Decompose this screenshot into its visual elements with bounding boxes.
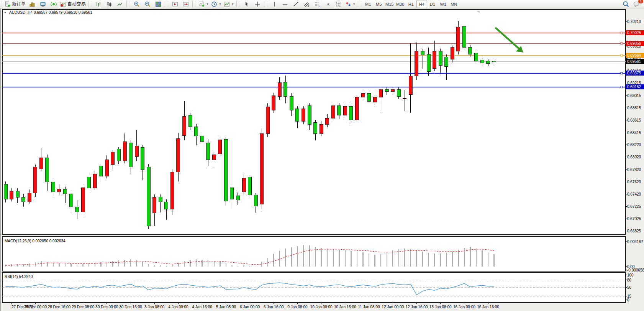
price-tick-label: 0.70210 bbox=[627, 20, 641, 24]
resistance-line-1-price-text: 0.70025 bbox=[627, 31, 641, 35]
hline-icon bbox=[282, 1, 288, 7]
price-chart-canvas[interactable]: 0.702100.700200.698100.696100.694100.692… bbox=[0, 8, 644, 311]
chevron-down-icon[interactable]: ▼ bbox=[4, 11, 7, 14]
candle bbox=[117, 149, 120, 161]
candle bbox=[177, 138, 180, 172]
candle bbox=[64, 189, 67, 194]
doc-plus-icon bbox=[5, 1, 11, 7]
trend-icon bbox=[293, 1, 299, 7]
templates-button[interactable]: ▼ bbox=[223, 0, 235, 8]
new-chart-icon bbox=[198, 1, 205, 7]
time-tick-label: 16 Jan 16:00 bbox=[477, 305, 499, 309]
new-order-button[interactable]: 新订单 bbox=[3, 0, 27, 8]
toolbar-separator bbox=[264, 1, 264, 7]
arrows-button[interactable]: ▼ bbox=[344, 0, 357, 8]
candle bbox=[403, 98, 406, 99]
toolbar-separator bbox=[165, 1, 165, 7]
signals-button[interactable] bbox=[48, 0, 59, 8]
trendline-button[interactable] bbox=[290, 0, 301, 8]
candle bbox=[135, 146, 138, 156]
tf-w1[interactable]: W1 bbox=[438, 0, 449, 8]
new-order-button-label: 新订单 bbox=[12, 1, 26, 7]
toolbar-grip bbox=[129, 2, 131, 7]
candle bbox=[242, 178, 246, 192]
fibonacci-button[interactable]: F bbox=[312, 0, 323, 8]
pivot-line-handle[interactable] bbox=[621, 54, 623, 56]
resistance-line-2-handle[interactable] bbox=[621, 43, 623, 44]
arrows-icon bbox=[345, 1, 351, 7]
candle bbox=[34, 167, 37, 193]
price-axis[interactable]: 0.702100.700200.698100.696100.694100.692… bbox=[626, 20, 641, 234]
candle bbox=[385, 90, 388, 92]
chart-window[interactable]: ▼ AUDUSD-,H4 0.69567 0.69579 0.69510 0.6… bbox=[0, 8, 644, 311]
candlestick-chart-button[interactable] bbox=[104, 0, 115, 8]
candle bbox=[397, 90, 400, 97]
candle bbox=[474, 53, 478, 61]
candle bbox=[379, 90, 383, 97]
tf-m1[interactable]: M1 bbox=[363, 0, 374, 8]
support-line-1-handle[interactable] bbox=[621, 72, 623, 74]
crosshair-icon bbox=[254, 1, 261, 7]
candle bbox=[170, 172, 174, 209]
dropdown-caret-icon[interactable]: ▼ bbox=[219, 3, 221, 5]
tf-m5[interactable]: M5 bbox=[374, 0, 384, 8]
auto-scroll-button[interactable] bbox=[180, 0, 191, 8]
market-watch-button[interactable] bbox=[38, 0, 48, 8]
periods-button[interactable]: ▼ bbox=[210, 0, 223, 8]
tf-m15-label: M15 bbox=[385, 2, 393, 7]
time-tick-label: 4 Jan 00:00 bbox=[168, 305, 188, 309]
text-button[interactable]: A bbox=[323, 0, 333, 8]
dropdown-caret-icon[interactable]: ▼ bbox=[353, 3, 356, 5]
macd-pane[interactable] bbox=[2, 237, 626, 271]
crosshair-button[interactable] bbox=[252, 0, 263, 8]
candle bbox=[87, 177, 91, 188]
dropdown-caret-icon[interactable]: ▼ bbox=[231, 3, 234, 5]
toolbar-grip bbox=[195, 2, 197, 7]
candle bbox=[278, 83, 281, 97]
zoom-out-button[interactable] bbox=[142, 0, 153, 8]
tf-m30[interactable]: M30 bbox=[395, 0, 406, 8]
tf-h1[interactable]: H1 bbox=[406, 0, 416, 8]
chart-bar-window-button[interactable] bbox=[27, 0, 38, 8]
new-chart-button[interactable]: ▼ bbox=[197, 0, 210, 8]
text-label-button[interactable]: T bbox=[333, 0, 344, 8]
tf-mn[interactable]: MN bbox=[449, 0, 459, 8]
toolbar-grip bbox=[91, 2, 92, 7]
candle bbox=[338, 106, 341, 115]
tf-h4[interactable]: H4 bbox=[416, 0, 427, 8]
tile-icon bbox=[155, 1, 161, 7]
time-tick-label: 16 Jan 00:00 bbox=[453, 305, 475, 309]
support-line-2-handle[interactable] bbox=[621, 86, 623, 88]
cursor-button[interactable] bbox=[241, 0, 252, 8]
candle bbox=[165, 202, 168, 209]
time-axis[interactable]: 27 Dec 202228 Dec 00:0028 Dec 16:0029 De… bbox=[11, 303, 499, 309]
candle bbox=[195, 127, 198, 136]
candle bbox=[28, 193, 31, 202]
time-tick-label: 3 Jan 08:00 bbox=[144, 305, 165, 309]
auto-trading-button[interactable]: 自动交易 bbox=[59, 0, 87, 8]
time-tick-label: 11 Jan 08:00 bbox=[358, 305, 380, 309]
candle bbox=[343, 106, 347, 115]
tile-windows-button[interactable] bbox=[153, 0, 164, 8]
candle bbox=[141, 147, 144, 169]
channel-button[interactable]: E bbox=[301, 0, 312, 8]
search-button[interactable] bbox=[620, 0, 631, 8]
candle bbox=[469, 48, 472, 54]
bar-chart-button[interactable] bbox=[93, 0, 104, 8]
blue-monitor-icon bbox=[40, 1, 46, 7]
zoom-in-button[interactable] bbox=[131, 0, 142, 8]
chart-shift-button[interactable] bbox=[170, 0, 180, 8]
toolbar-grip bbox=[361, 2, 362, 7]
notifications-button[interactable]: 1 bbox=[631, 0, 642, 8]
candle bbox=[415, 51, 418, 76]
zoom-out-icon bbox=[144, 1, 151, 7]
candle bbox=[99, 166, 103, 176]
tf-m15[interactable]: M15 bbox=[384, 0, 395, 8]
svg-text:A: A bbox=[326, 2, 330, 7]
horizontal-line-button[interactable] bbox=[280, 0, 290, 8]
resistance-line-1-handle[interactable] bbox=[621, 32, 623, 34]
dropdown-caret-icon[interactable]: ▼ bbox=[206, 3, 209, 5]
tf-d1[interactable]: D1 bbox=[427, 0, 438, 8]
vertical-line-button[interactable] bbox=[269, 0, 280, 8]
line-chart-button[interactable] bbox=[115, 0, 125, 8]
